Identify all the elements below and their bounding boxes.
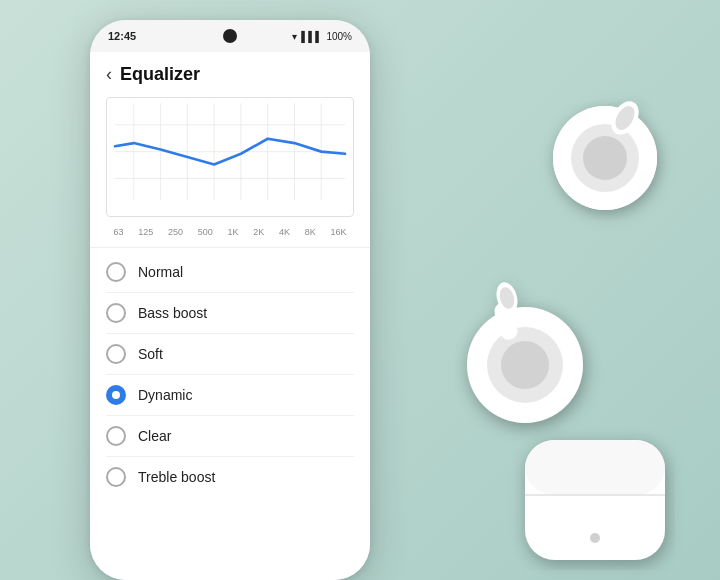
eq-option-dynamic[interactable]: Dynamic <box>106 375 354 416</box>
eq-option-bass-boost[interactable]: Bass boost <box>106 293 354 334</box>
label-treble-boost: Treble boost <box>138 469 215 485</box>
freq-250: 250 <box>168 227 183 237</box>
eq-option-normal[interactable]: Normal <box>106 252 354 293</box>
battery-icon: 100% <box>326 31 352 42</box>
clock: 12:45 <box>108 30 136 42</box>
label-dynamic: Dynamic <box>138 387 192 403</box>
charging-case <box>515 420 675 570</box>
status-icons: ▾ ▌▌▌ 100% <box>292 31 352 42</box>
screen-content: ‹ Equalizer <box>90 52 370 580</box>
camera-notch <box>223 29 237 43</box>
chart-svg <box>107 98 353 216</box>
page-title: Equalizer <box>120 64 200 85</box>
frequency-labels: 63 125 250 500 1K 2K 4K 8K 16K <box>90 225 370 243</box>
label-bass-boost: Bass boost <box>138 305 207 321</box>
freq-4k: 4K <box>279 227 290 237</box>
status-bar: 12:45 ▾ ▌▌▌ 100% <box>90 20 370 52</box>
eq-option-soft[interactable]: Soft <box>106 334 354 375</box>
freq-16k: 16K <box>331 227 347 237</box>
earbud-right <box>540 90 670 220</box>
label-normal: Normal <box>138 264 183 280</box>
label-soft: Soft <box>138 346 163 362</box>
back-button[interactable]: ‹ <box>106 64 112 85</box>
freq-500: 500 <box>198 227 213 237</box>
eq-option-clear[interactable]: Clear <box>106 416 354 457</box>
svg-point-14 <box>583 136 627 180</box>
radio-clear[interactable] <box>106 426 126 446</box>
equalizer-options-list: Normal Bass boost Soft Dynamic <box>90 252 370 497</box>
freq-8k: 8K <box>305 227 316 237</box>
eq-option-treble-boost[interactable]: Treble boost <box>106 457 354 497</box>
svg-point-26 <box>590 533 600 543</box>
wifi-icon: ▾ <box>292 31 297 42</box>
equalizer-header: ‹ Equalizer <box>90 52 370 93</box>
label-clear: Clear <box>138 428 171 444</box>
svg-point-19 <box>501 341 549 389</box>
freq-1k: 1K <box>227 227 238 237</box>
svg-rect-24 <box>525 440 665 495</box>
radio-soft[interactable] <box>106 344 126 364</box>
equalizer-chart <box>106 97 354 217</box>
phone-frame: 12:45 ▾ ▌▌▌ 100% ‹ Equalizer <box>90 20 370 580</box>
radio-treble-boost[interactable] <box>106 467 126 487</box>
signal-icon: ▌▌▌ <box>301 31 322 42</box>
freq-125: 125 <box>138 227 153 237</box>
freq-63: 63 <box>113 227 123 237</box>
radio-normal[interactable] <box>106 262 126 282</box>
divider <box>90 247 370 248</box>
radio-bass-boost[interactable] <box>106 303 126 323</box>
radio-dynamic-inner <box>112 391 120 399</box>
earbud-left <box>455 280 600 440</box>
freq-2k: 2K <box>253 227 264 237</box>
radio-dynamic[interactable] <box>106 385 126 405</box>
